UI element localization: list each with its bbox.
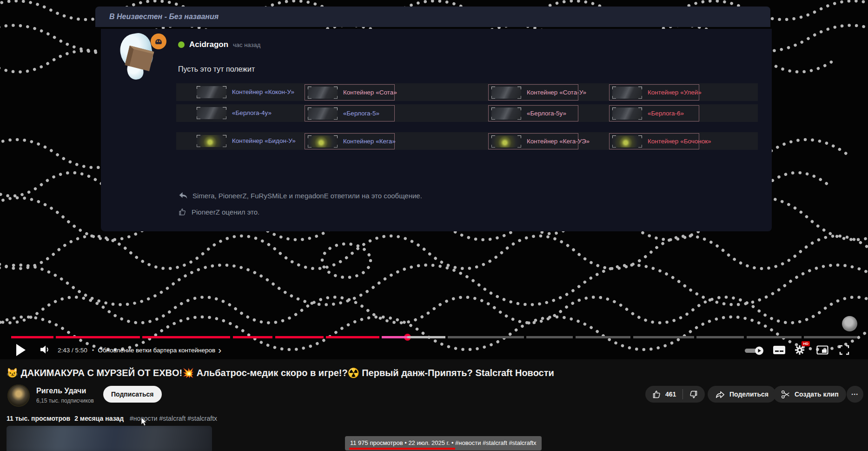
container-item[interactable]: «Берлога-6»: [609, 105, 699, 121]
tooltip-text: 11 975 просмотров • 22 июл. 2025 г. • #н…: [350, 439, 537, 446]
like-dislike-divider: [682, 389, 683, 399]
container-row: «Берлога-4у»«Берлога-5»«Берлога-5у»«Берл…: [176, 104, 758, 122]
container-item[interactable]: Контейнер «Бидон-У»: [194, 133, 283, 148]
description-header[interactable]: 11 тыс. просмотров 2 месяца назад #новос…: [7, 415, 217, 422]
play-button[interactable]: [16, 344, 26, 356]
more-actions-button[interactable]: ⋯: [847, 386, 863, 403]
skull-badge-icon: [151, 34, 166, 49]
message-text: Пусть это тут полежит: [178, 65, 255, 74]
progress-bar[interactable]: [11, 336, 857, 338]
container-thumbnail-icon: [197, 135, 226, 147]
container-label: Контейнер «Кокон-У»: [232, 88, 294, 95]
dislike-button[interactable]: [688, 390, 702, 399]
like-icon: [652, 390, 662, 399]
container-label: «Берлога-4у»: [232, 109, 272, 116]
container-item[interactable]: Контейнер «Сота-У»: [488, 84, 578, 101]
progress-segment-rest[interactable]: [576, 336, 630, 338]
like-count: 461: [665, 390, 676, 398]
container-thumbnail-icon: [612, 108, 642, 120]
container-label: Контейнер «Кега-УЭ»: [527, 138, 590, 145]
progress-segment-played[interactable]: [142, 336, 230, 338]
share-label: Поделиться: [729, 390, 769, 398]
progress-segment-played[interactable]: [56, 336, 139, 338]
fullscreen-button[interactable]: [839, 344, 850, 356]
container-label: «Берлога-5у»: [527, 110, 566, 117]
channel-name[interactable]: Ригель Удачи: [36, 387, 86, 395]
settings-button[interactable]: HD: [794, 344, 805, 356]
mouse-cursor: [141, 417, 147, 426]
progress-segment-rest[interactable]: [526, 336, 573, 338]
progress-segment-played[interactable]: [326, 336, 379, 338]
reply-summary-text: Simera, PioneerZ, FuRySMiLe и megadonE о…: [192, 192, 422, 200]
share-button[interactable]: Поделиться: [708, 386, 776, 403]
container-row: Контейнер «Кокон-У»Контейнер «Сота»Конте…: [176, 83, 758, 101]
progress-segment-rest[interactable]: [804, 336, 857, 338]
container-label: Контейнер «Бочонок»: [648, 138, 711, 145]
progress-segment-buffer[interactable]: [407, 336, 445, 338]
container-item[interactable]: Контейнер «Кега»: [305, 133, 395, 149]
container-row: Контейнер «Бидон-У»Контейнер «Кега»Конте…: [176, 132, 758, 150]
play-icon: [16, 344, 26, 356]
view-count: 11 тыс. просмотров: [7, 415, 70, 422]
autoplay-toggle[interactable]: [744, 346, 764, 355]
channel-avatar[interactable]: [7, 384, 30, 407]
progress-segment-rest[interactable]: [448, 336, 524, 338]
description-blurred-preview: [7, 426, 212, 451]
volume-button[interactable]: [39, 344, 50, 355]
container-thumbnail-icon: [308, 135, 338, 148]
video-player[interactable]: В Неизвестен - Без названия Acidragon ча…: [0, 0, 868, 359]
progress-segment-rest[interactable]: [696, 336, 744, 338]
hd-quality-badge: HD: [802, 341, 810, 346]
video-title: 😼 ДАКИМАКУРА С МУРЗЕЙ ОТ EXBO!💥 Альбатро…: [7, 367, 750, 378]
video-overlay-avatar: [842, 316, 857, 331]
chapter-title[interactable]: Обновление ветки бартера контейнеров: [98, 347, 215, 354]
discord-message-panel: Acidragon час назад Пусть это тут полежи…: [101, 29, 772, 231]
container-thumbnail-icon: [612, 135, 642, 148]
container-item[interactable]: «Берлога-5»: [305, 105, 395, 121]
like-button[interactable]: 461: [648, 390, 678, 399]
ellipsis-icon: ⋯: [851, 390, 859, 398]
progress-segment-rest[interactable]: [633, 336, 694, 338]
container-label: Контейнер «Кега»: [343, 138, 396, 145]
progress-segment-played[interactable]: [11, 336, 53, 338]
chapter-chevron-icon[interactable]: ›: [218, 346, 221, 354]
container-item[interactable]: Контейнер «Бочонок»: [609, 133, 699, 149]
container-thumbnail-icon: [491, 87, 521, 99]
discord-thread-title: В Неизвестен - Без названия: [109, 13, 219, 21]
player-controls: 2:43 / 5:50 • Обновление ветки бартера к…: [0, 343, 868, 359]
container-item[interactable]: Контейнер «Кега-УЭ»: [488, 133, 578, 149]
chapter-separator-dot: •: [92, 347, 94, 354]
container-item[interactable]: «Берлога-5у»: [488, 105, 578, 121]
channel-subscriber-count: 6,15 тыс. подписчиков: [36, 397, 94, 404]
subtitles-icon: [773, 345, 786, 355]
container-thumbnail-icon: [491, 108, 521, 120]
like-dislike-group: 461: [645, 386, 705, 403]
miniplayer-button[interactable]: [816, 345, 828, 355]
volume-icon: [39, 344, 50, 355]
clip-label: Создать клип: [795, 390, 839, 398]
container-label: Контейнер «Бидон-У»: [232, 137, 296, 144]
subtitles-button[interactable]: [773, 345, 786, 355]
container-item[interactable]: Контейнер «Кокон-У»: [194, 84, 283, 100]
progress-segment-played[interactable]: [233, 336, 273, 338]
fullscreen-icon: [839, 344, 850, 356]
reply-arrow-icon: [178, 191, 188, 200]
container-label: Контейнер «Улей»: [648, 89, 702, 96]
scissors-icon: [781, 390, 790, 399]
container-item[interactable]: «Берлога-4у»: [194, 105, 283, 121]
message-timestamp: час назад: [233, 41, 260, 48]
container-label: Контейнер «Сота»: [343, 89, 397, 96]
miniplayer-icon: [816, 345, 828, 355]
progress-segment-rest[interactable]: [747, 336, 802, 338]
share-icon: [715, 390, 725, 399]
container-item[interactable]: Контейнер «Сота»: [305, 84, 395, 101]
progress-segment-current[interactable]: [382, 336, 407, 338]
container-label: «Берлога-5»: [343, 110, 379, 117]
subscribe-button[interactable]: Подписаться: [103, 386, 162, 403]
progress-segment-played[interactable]: [275, 336, 324, 338]
container-label: «Берлога-6»: [648, 110, 684, 117]
autoplay-icon: [744, 346, 764, 355]
container-item[interactable]: Контейнер «Улей»: [609, 84, 699, 101]
create-clip-button[interactable]: Создать клип: [773, 386, 846, 403]
message-header: Acidragon час назад: [178, 40, 260, 49]
